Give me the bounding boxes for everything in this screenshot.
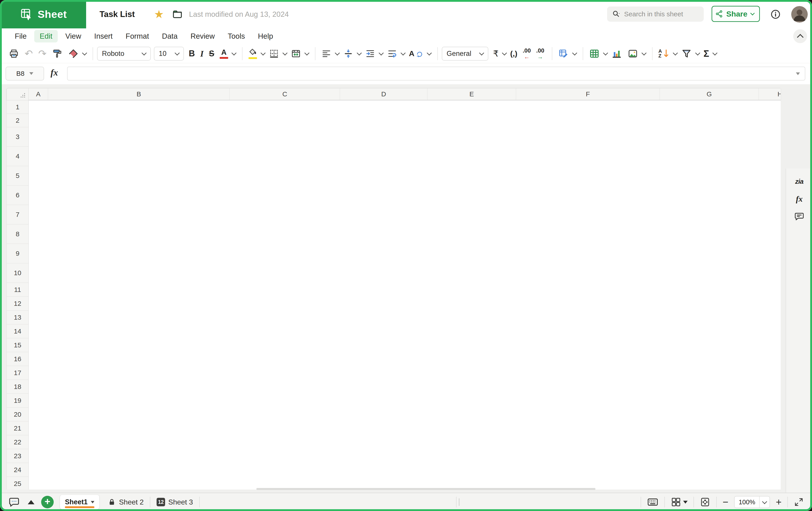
horizontal-scrollbar[interactable]	[256, 488, 596, 490]
increase-decimal-button[interactable]: .00 →	[534, 47, 546, 61]
sheet-tab-sheet3[interactable]: 12 Sheet 3	[150, 498, 199, 506]
menu-item-review[interactable]: Review	[185, 30, 220, 42]
info-button[interactable]	[770, 9, 781, 20]
menu-item-tools[interactable]: Tools	[222, 30, 250, 42]
row-header-16[interactable]: 16	[6, 352, 29, 366]
row-header-9[interactable]: 9	[6, 244, 29, 263]
document-title[interactable]: Task List	[99, 0, 135, 28]
row-header-6[interactable]: 6	[6, 185, 29, 205]
zoom-level-select[interactable]: 100%	[734, 496, 770, 508]
text-rotate-chevron-icon[interactable]	[427, 50, 432, 55]
merge-cells-chevron-icon[interactable]	[304, 50, 310, 55]
filter-chevron-icon[interactable]	[695, 50, 700, 55]
font-color-chevron-icon[interactable]	[232, 50, 237, 55]
menu-item-insert[interactable]: Insert	[89, 30, 118, 42]
insert-image-button[interactable]	[626, 47, 640, 61]
column-header-E[interactable]: E	[428, 88, 516, 100]
row-header-18[interactable]: 18	[6, 380, 29, 394]
wrap-text-chevron-icon[interactable]	[401, 50, 406, 55]
row-header-12[interactable]: 12	[6, 297, 29, 310]
font-color-button[interactable]: A	[218, 47, 230, 61]
fullscreen-button[interactable]	[794, 497, 804, 507]
decrease-decimal-button[interactable]: .00 ←	[521, 47, 532, 61]
zoom-out-button[interactable]: −	[723, 497, 728, 507]
add-sheet-button[interactable]: +	[41, 496, 54, 508]
comma-style-button[interactable]: (,)	[509, 47, 519, 61]
menu-item-edit[interactable]: Edit	[34, 30, 58, 42]
borders-button[interactable]	[267, 47, 281, 61]
favorite-star-icon[interactable]: ★	[154, 0, 164, 28]
row-header-20[interactable]: 20	[6, 408, 29, 421]
row-header-2[interactable]: 2	[6, 114, 29, 127]
search-input[interactable]	[624, 10, 694, 18]
column-header-A[interactable]: A	[29, 88, 48, 100]
menu-item-help[interactable]: Help	[253, 30, 279, 42]
sum-chevron-icon[interactable]	[713, 50, 718, 55]
status-resize-handle[interactable]	[459, 498, 460, 506]
column-header-B[interactable]: B	[48, 88, 230, 100]
vertical-align-button[interactable]	[341, 47, 355, 61]
strikethrough-button[interactable]: S	[207, 47, 216, 61]
cells-canvas[interactable]	[29, 100, 781, 489]
vertical-align-chevron-icon[interactable]	[357, 50, 362, 55]
zoom-in-button[interactable]: +	[776, 497, 782, 507]
font-size-select[interactable]: 10	[154, 47, 184, 61]
filter-button[interactable]	[679, 47, 694, 61]
comments-panel-button[interactable]	[786, 210, 812, 223]
functions-panel-button[interactable]: fx	[786, 192, 812, 206]
freeze-panes-button[interactable]	[671, 497, 688, 507]
clear-format-chevron-icon[interactable]	[82, 50, 87, 55]
sheet-list-button[interactable]	[28, 500, 34, 504]
borders-chevron-icon[interactable]	[283, 50, 288, 55]
fill-color-chevron-icon[interactable]	[261, 50, 266, 55]
clear-format-button[interactable]	[66, 47, 81, 61]
row-header-22[interactable]: 22	[6, 435, 29, 449]
menu-item-view[interactable]: View	[60, 30, 87, 42]
insert-chart-button[interactable]	[610, 47, 624, 61]
folder-icon[interactable]	[172, 9, 183, 20]
row-header-25[interactable]: 25	[6, 477, 29, 489]
insert-image-chevron-icon[interactable]	[642, 50, 647, 55]
formula-input[interactable]	[67, 67, 784, 80]
sheet-tab-sheet2[interactable]: Sheet 2	[102, 498, 150, 506]
keyboard-shortcuts-button[interactable]	[647, 497, 659, 507]
sort-button[interactable]: AZ	[657, 47, 671, 61]
row-header-3[interactable]: 3	[6, 127, 29, 147]
column-header-D[interactable]: D	[340, 88, 428, 100]
fill-color-button[interactable]	[246, 47, 259, 61]
row-header-7[interactable]: 7	[6, 205, 29, 224]
menu-item-file[interactable]: File	[9, 30, 32, 42]
wrap-text-button[interactable]	[385, 47, 399, 61]
row-header-21[interactable]: 21	[6, 421, 29, 435]
horizontal-align-chevron-icon[interactable]	[335, 50, 340, 55]
redo-button[interactable]: ↷	[36, 47, 48, 61]
indent-button[interactable]	[363, 47, 377, 61]
row-header-13[interactable]: 13	[6, 310, 29, 324]
search-box[interactable]	[607, 6, 704, 22]
chat-button[interactable]	[8, 496, 20, 508]
row-header-17[interactable]: 17	[6, 366, 29, 380]
row-header-4[interactable]: 4	[6, 147, 29, 166]
sort-chevron-icon[interactable]	[673, 50, 678, 55]
currency-format-button[interactable]: ₹	[491, 47, 500, 61]
format-painter-button[interactable]	[50, 47, 64, 61]
sheet-tab-sheet1[interactable]: Sheet1	[60, 495, 99, 509]
insert-table-button[interactable]	[587, 47, 602, 61]
menu-item-format[interactable]: Format	[120, 30, 154, 42]
collapse-toolbar-button[interactable]	[793, 29, 807, 43]
share-button[interactable]: Share	[712, 6, 760, 22]
bold-button[interactable]: B	[187, 47, 197, 61]
italic-button[interactable]: I	[198, 47, 205, 61]
text-rotate-button[interactable]: A	[407, 47, 425, 61]
row-header-10[interactable]: 10	[6, 263, 29, 283]
merge-cells-button[interactable]	[289, 47, 303, 61]
insert-table-chevron-icon[interactable]	[603, 50, 608, 55]
user-avatar[interactable]	[791, 6, 808, 23]
select-all-corner[interactable]	[6, 88, 29, 100]
row-header-23[interactable]: 23	[6, 449, 29, 463]
print-button[interactable]	[7, 47, 21, 61]
undo-button[interactable]: ↶	[23, 47, 35, 61]
row-header-19[interactable]: 19	[6, 394, 29, 408]
column-header-G[interactable]: G	[660, 88, 759, 100]
app-logo[interactable]: Sheet	[0, 0, 86, 28]
